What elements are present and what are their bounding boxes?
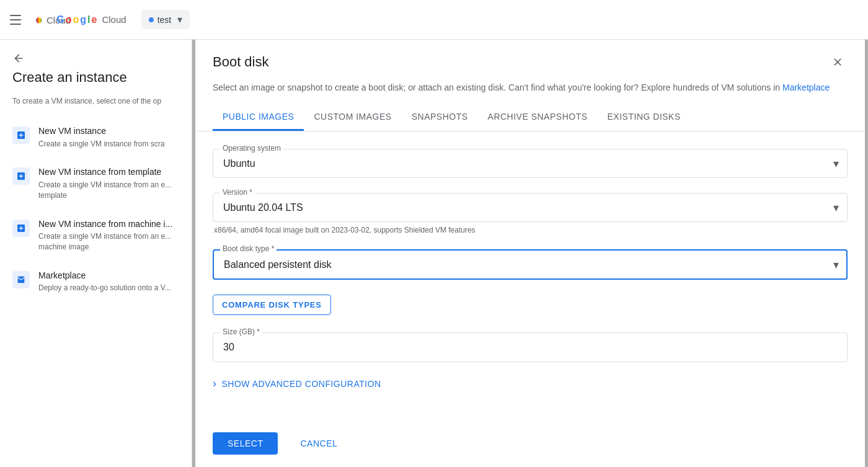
template-title: New VM instance from template <box>38 166 179 179</box>
close-icon <box>831 56 844 68</box>
os-label: Operating system <box>220 144 283 153</box>
new-vm-desc: Create a single VM instance from scra <box>38 139 179 149</box>
os-field-group: Operating system Ubuntu Debian CentOS Ro… <box>213 149 848 178</box>
show-advanced-label: SHOW ADVANCED CONFIGURATION <box>222 379 381 389</box>
template-text: New VM instance from template Create a s… <box>38 166 179 200</box>
sidebar: Create an instance To create a VM instan… <box>0 40 192 467</box>
project-name: test <box>157 15 172 25</box>
tab-snapshots[interactable]: SNAPSHOTS <box>402 104 478 131</box>
version-label: Version <box>220 188 255 197</box>
content-area: Boot disk Select an image or snapshot to… <box>192 40 868 467</box>
boot-disk-modal: Boot disk Select an image or snapshot to… <box>195 40 865 467</box>
select-button[interactable]: SELECT <box>213 432 278 455</box>
modal-footer: SELECT CANCEL <box>195 432 865 467</box>
modal-body: Operating system Ubuntu Debian CentOS Ro… <box>195 131 865 432</box>
hamburger-menu[interactable] <box>10 12 25 27</box>
back-button[interactable] <box>0 40 192 69</box>
os-select[interactable]: Ubuntu Debian CentOS Rocky Linux Windows… <box>213 149 848 178</box>
marketplace-desc: Deploy a ready-to-go solution onto a V..… <box>38 283 179 293</box>
machine-image-text: New VM instance from machine i... Create… <box>38 218 179 252</box>
size-field-group: Size (GB) <box>213 332 848 362</box>
cancel-button[interactable]: CANCEL <box>285 432 352 455</box>
os-select-wrapper: Ubuntu Debian CentOS Rocky Linux Windows… <box>213 149 848 178</box>
version-select-wrapper: Ubuntu 20.04 LTS Ubuntu 22.04 LTS Ubuntu… <box>213 193 848 222</box>
tab-archive-snapshots[interactable]: ARCHIVE SNAPSHOTS <box>478 104 598 131</box>
new-vm-icon <box>12 127 30 144</box>
tab-existing-disks[interactable]: EXISTING DISKS <box>598 104 691 131</box>
boot-disk-type-select-wrapper: Balanced persistent disk Standard persis… <box>213 249 848 280</box>
sidebar-description: To create a VM instance, select one of t… <box>0 96 192 117</box>
new-vm-text: New VM instance Create a single VM insta… <box>38 125 179 149</box>
google-icon: ● <box>35 12 43 28</box>
new-vm-title: New VM instance <box>38 125 179 138</box>
modal-close-button[interactable] <box>828 52 848 72</box>
sidebar-item-marketplace[interactable]: Marketplace Deploy a ready-to-go solutio… <box>0 261 192 302</box>
modal-header: Boot disk <box>195 40 865 72</box>
template-desc: Create a single VM instance from an e...… <box>38 180 179 201</box>
machine-image-title: New VM instance from machine i... <box>38 218 179 231</box>
modal-description: Select an image or snapshot to create a … <box>195 72 865 94</box>
main-layout: Create an instance To create a VM instan… <box>0 40 868 467</box>
boot-disk-type-label: Boot disk type <box>220 244 277 253</box>
size-input[interactable] <box>213 332 848 362</box>
project-selector[interactable]: test ▾ <box>141 10 190 29</box>
page-title: Create an instance <box>0 69 192 96</box>
machine-image-desc: Create a single VM instance from an e...… <box>38 231 179 252</box>
topbar: ● Cloud G o o g l e Cloud test ▾ <box>0 0 868 40</box>
tab-custom-images[interactable]: CUSTOM IMAGES <box>304 104 401 131</box>
marketplace-icon <box>12 271 30 288</box>
modal-overlay: Boot disk Select an image or snapshot to… <box>192 40 868 467</box>
marketplace-title: Marketplace <box>38 270 179 282</box>
sidebar-item-machine-image[interactable]: New VM instance from machine i... Create… <box>0 210 192 261</box>
boot-disk-type-select[interactable]: Balanced persistent disk Standard persis… <box>213 249 848 280</box>
marketplace-text: Marketplace Deploy a ready-to-go solutio… <box>38 270 179 293</box>
marketplace-link[interactable]: Marketplace <box>782 82 830 92</box>
show-advanced-button[interactable]: › SHOW ADVANCED CONFIGURATION <box>213 377 848 390</box>
version-field-group: Version Ubuntu 20.04 LTS Ubuntu 22.04 LT… <box>213 193 848 234</box>
sidebar-item-template[interactable]: New VM instance from template Create a s… <box>0 158 192 209</box>
modal-tabs: PUBLIC IMAGES CUSTOM IMAGES SNAPSHOTS AR… <box>195 104 865 131</box>
modal-title: Boot disk <box>213 54 269 70</box>
sidebar-item-new-vm[interactable]: New VM instance Create a single VM insta… <box>0 117 192 158</box>
template-icon <box>12 167 30 185</box>
google-cloud-logo: ● Cloud G o o g l e Cloud <box>35 12 126 28</box>
project-dropdown-icon: ▾ <box>177 14 182 25</box>
version-hint: x86/64, amd64 focal image built on 2023-… <box>214 226 848 234</box>
compare-disk-types-button[interactable]: COMPARE DISK TYPES <box>213 295 331 315</box>
chevron-right-icon: › <box>213 377 217 390</box>
back-arrow-icon <box>12 52 25 64</box>
version-select[interactable]: Ubuntu 20.04 LTS Ubuntu 22.04 LTS Ubuntu… <box>213 193 848 222</box>
cloud-text: Cloud <box>102 14 126 25</box>
machine-image-icon <box>12 220 30 237</box>
boot-disk-type-field-group: Boot disk type Balanced persistent disk … <box>213 249 848 280</box>
size-label: Size (GB) <box>220 327 262 336</box>
tab-public-images[interactable]: PUBLIC IMAGES <box>213 104 304 131</box>
